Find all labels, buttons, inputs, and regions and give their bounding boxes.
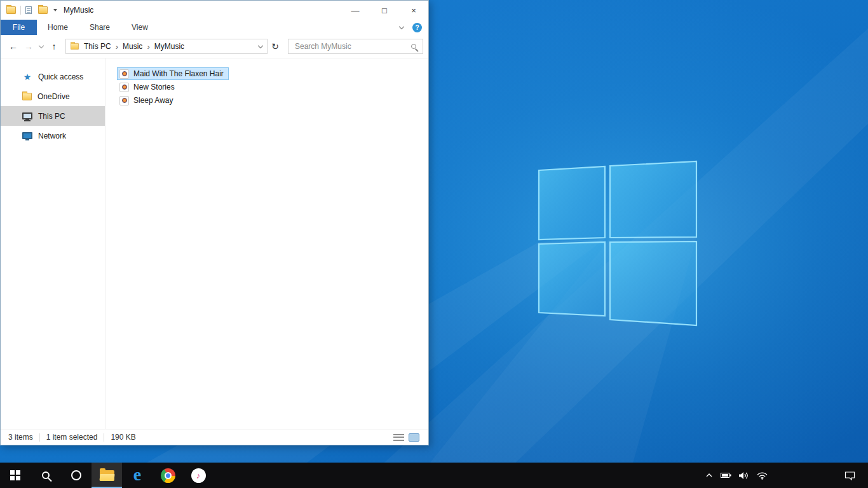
file-list: Maid With The Flaxen Hair New Stories Sl… [105, 58, 428, 429]
sidebar-item-onedrive[interactable]: OneDrive [1, 86, 105, 106]
back-button[interactable]: ← [6, 41, 21, 51]
wifi-icon[interactable] [757, 471, 768, 480]
selection-summary: 1 item selected [46, 433, 98, 442]
breadcrumb-separator: › [147, 42, 149, 51]
breadcrumb-this-pc[interactable]: This PC [84, 42, 111, 51]
view-toggles [393, 433, 423, 442]
items-count: 3 items [8, 433, 33, 442]
taskbar-chrome-button[interactable] [153, 463, 183, 488]
windows-logo-icon [10, 470, 20, 480]
cortana-button[interactable] [61, 463, 92, 488]
navigation-toolbar: ← → ↑ This PC › Music › MyMusic ↻ [1, 35, 428, 58]
computer-icon [22, 112, 32, 119]
taskbar-edge-button[interactable]: e [122, 463, 153, 488]
network-icon [22, 132, 32, 139]
cortana-icon [71, 470, 81, 480]
sidebar-item-label: Network [38, 132, 66, 140]
action-center-icon [844, 471, 855, 480]
quick-access-star-icon: ★ [22, 72, 32, 81]
taskbar: e ♪ [0, 463, 868, 488]
up-button[interactable]: ↑ [46, 41, 62, 51]
recent-locations-chevron-icon[interactable] [36, 46, 46, 48]
search-icon[interactable] [411, 44, 416, 49]
tab-view[interactable]: View [121, 20, 159, 35]
new-folder-icon[interactable] [38, 6, 48, 14]
properties-icon[interactable] [25, 6, 32, 14]
sidebar-item-network[interactable]: Network [1, 126, 105, 146]
window-controls: — □ × [341, 1, 428, 20]
customize-qat-chevron-icon[interactable] [53, 9, 57, 11]
search-input[interactable] [294, 41, 411, 51]
status-bar: 3 items 1 item selected 190 KB [1, 429, 428, 445]
breadcrumb-music[interactable]: Music [123, 42, 142, 51]
ribbon-right-controls: ? [400, 20, 428, 35]
action-center-button[interactable] [835, 463, 864, 488]
edge-icon: e [133, 466, 141, 484]
media-file-icon [119, 69, 129, 79]
windows-logo [539, 161, 696, 325]
start-button[interactable] [0, 463, 31, 488]
forward-button[interactable]: → [21, 41, 36, 51]
breadcrumb-separator: › [116, 42, 118, 51]
maximize-button[interactable]: □ [370, 1, 399, 20]
ribbon-tab-strip: File Home Share View ? [1, 20, 428, 35]
sidebar-item-label: Quick access [38, 72, 83, 81]
status-divider [39, 433, 40, 442]
taskbar-file-explorer-button[interactable] [92, 463, 122, 488]
breadcrumb-mymusic[interactable]: MyMusic [154, 42, 184, 51]
desktop: MyMusic — □ × File Home Share View ? ← →… [0, 0, 868, 488]
file-item[interactable]: Maid With The Flaxen Hair [117, 67, 229, 80]
close-button[interactable]: × [399, 1, 428, 20]
large-icons-view-button[interactable] [409, 433, 419, 442]
file-name: Maid With The Flaxen Hair [133, 69, 224, 78]
status-divider [104, 433, 104, 442]
file-item[interactable]: New Stories [117, 81, 180, 93]
search-box [288, 39, 423, 54]
selection-size: 190 KB [111, 433, 135, 442]
file-name: New Stories [133, 83, 175, 92]
explorer-app-icon [6, 6, 16, 14]
onedrive-icon [22, 93, 32, 100]
volume-icon[interactable] [739, 471, 749, 480]
file-name: Sleep Away [133, 96, 173, 105]
sidebar-item-label: This PC [38, 112, 65, 121]
hidden-icons-chevron-icon[interactable] [705, 473, 713, 478]
file-explorer-icon [100, 470, 114, 481]
address-folder-icon [71, 43, 79, 50]
minimize-button[interactable]: — [341, 1, 370, 20]
expand-ribbon-chevron-icon[interactable] [399, 24, 404, 29]
file-explorer-window: MyMusic — □ × File Home Share View ? ← →… [0, 0, 429, 445]
refresh-button[interactable]: ↻ [268, 41, 283, 51]
media-file-icon [119, 83, 129, 92]
help-button[interactable]: ? [412, 23, 422, 32]
file-menu-button[interactable]: File [1, 20, 37, 35]
title-bar: MyMusic — □ × [1, 1, 428, 20]
address-bar[interactable]: This PC › Music › MyMusic [65, 39, 268, 54]
sidebar-item-quick-access[interactable]: ★ Quick access [1, 67, 105, 86]
taskbar-search-button[interactable] [31, 463, 61, 488]
media-file-icon [119, 96, 129, 105]
itunes-icon: ♪ [191, 468, 206, 483]
tab-share[interactable]: Share [79, 20, 121, 35]
qat-separator [20, 6, 21, 15]
taskbar-itunes-button[interactable]: ♪ [183, 463, 214, 488]
sidebar-item-this-pc[interactable]: This PC [1, 106, 105, 126]
file-item[interactable]: Sleep Away [117, 94, 179, 107]
address-dropdown-chevron-icon[interactable] [258, 43, 263, 48]
sidebar-item-label: OneDrive [37, 92, 70, 101]
navigation-pane: ★ Quick access OneDrive This PC Network [1, 58, 105, 429]
window-title: MyMusic [64, 6, 93, 15]
battery-icon[interactable] [721, 471, 731, 479]
details-view-button[interactable] [393, 433, 404, 442]
tab-home[interactable]: Home [37, 20, 79, 35]
window-body: ★ Quick access OneDrive This PC Network [1, 58, 428, 429]
chrome-icon [161, 468, 175, 483]
system-tray [705, 463, 768, 488]
search-icon [42, 471, 50, 479]
